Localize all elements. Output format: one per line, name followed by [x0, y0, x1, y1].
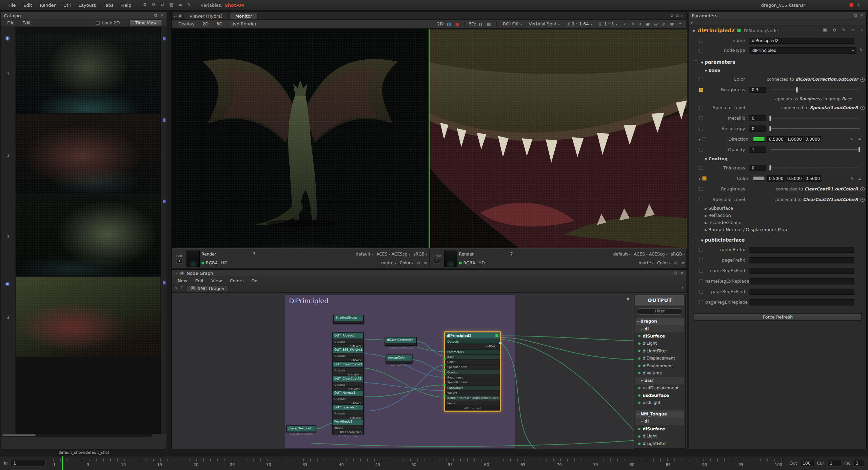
- variables-value[interactable]: Shot-04: [225, 2, 244, 7]
- param-state-toggle[interactable]: [699, 198, 703, 201]
- slider-handle[interactable]: [769, 126, 771, 131]
- lock-pin-icon[interactable]: [162, 37, 165, 40]
- gear-icon[interactable]: [670, 14, 674, 18]
- vector-y-field[interactable]: 0.5000: [786, 176, 803, 182]
- pixel-probe-icon[interactable]: [621, 22, 628, 27]
- catalog-render-thumbnail[interactable]: [16, 33, 160, 113]
- pin-icon[interactable]: [178, 14, 182, 18]
- matte-dropdown[interactable]: matte: [638, 261, 654, 266]
- output-tree-row[interactable]: NM_Tongue: [635, 410, 684, 418]
- gear-icon[interactable]: [143, 3, 147, 7]
- output-filter-input[interactable]: Filter: [637, 308, 683, 315]
- monitor-menu-item[interactable]: Live Render: [227, 22, 260, 27]
- viewer-tab[interactable]: Monitor: [230, 13, 258, 19]
- close-panel-icon[interactable]: [860, 13, 864, 18]
- lock-pin-icon[interactable]: [162, 118, 165, 122]
- menu-icon[interactable]: [851, 28, 855, 33]
- close-panel-icon[interactable]: [680, 14, 684, 18]
- frame-ruler[interactable]: 1 5 10 15 20 25 30 35 40 45: [53, 457, 783, 469]
- edit-icon[interactable]: [842, 28, 846, 33]
- snapshot-icon[interactable]: [668, 22, 675, 27]
- catalog-render-thumbnail[interactable]: [16, 196, 160, 275]
- catalog-menu-item[interactable]: File: [4, 20, 17, 25]
- node-type-dropdown[interactable]: dlPrincipled: [750, 47, 857, 54]
- output-tree-row[interactable]: dlLightFilter: [635, 347, 684, 355]
- output-tree-row[interactable]: dlDisplacement: [635, 354, 684, 362]
- vector-z-field[interactable]: 0.5000: [804, 176, 821, 182]
- layers-icon[interactable]: [178, 3, 182, 7]
- output-tree-row[interactable]: dlVolume: [635, 369, 684, 377]
- vector-x-field[interactable]: 0.5000: [767, 176, 785, 182]
- shading-node[interactable]: OUT: SSS_Weight1 Outputs outColor: [332, 347, 364, 362]
- render-view-right-dragon-jaw[interactable]: [430, 29, 687, 248]
- out-frame-field[interactable]: 100: [800, 460, 814, 467]
- search-icon[interactable]: [681, 286, 684, 290]
- menu-item[interactable]: File: [4, 2, 20, 7]
- vector-x-field[interactable]: 0.5000: [767, 136, 785, 142]
- float-panel-icon[interactable]: [854, 13, 857, 18]
- shading-node[interactable]: ShadingGroup: [333, 315, 364, 324]
- catalog-render-thumbnail[interactable]: [16, 115, 160, 194]
- slider-handle[interactable]: [859, 147, 860, 152]
- param-state-toggle[interactable]: [699, 78, 703, 81]
- node-graph-menu-item[interactable]: Colors: [226, 278, 248, 283]
- node-enabled-icon[interactable]: [737, 29, 741, 32]
- breadcrumb-chip[interactable]: NMC_Dragon: [186, 285, 229, 292]
- param-text-field[interactable]: [750, 268, 854, 274]
- param-value-field[interactable]: 0: [750, 115, 766, 121]
- menu-item[interactable]: Layouts: [75, 2, 100, 7]
- shading-node[interactable]: remapColor remapColor: [386, 355, 412, 364]
- color-channel-dropdown[interactable]: Color: [657, 261, 671, 266]
- vector-z-field[interactable]: 0.0000: [804, 136, 821, 142]
- stop-2d-icon[interactable]: [455, 22, 460, 26]
- node-graph-canvas[interactable]: DlPrincipled ShadingGroup OUT: Albedo1 O…: [172, 293, 687, 449]
- edit-type-icon[interactable]: [859, 48, 863, 53]
- center-view-icon[interactable]: [637, 21, 643, 27]
- viewer-tab[interactable]: Viewer (Hydra): [184, 13, 228, 19]
- colorspace-dropdown[interactable]: ACES - ACEScg: [376, 251, 410, 257]
- up-level-icon[interactable]: [180, 286, 184, 290]
- shading-node[interactable]: OUT: Normal1 Outputs outColor: [332, 390, 364, 405]
- param-slider[interactable]: [771, 126, 860, 131]
- menu-item[interactable]: Render: [36, 2, 59, 7]
- lock-2d-checkbox[interactable]: [96, 21, 100, 24]
- scrollbar-thumb[interactable]: [3, 434, 36, 436]
- current-frame-field[interactable]: 1: [827, 460, 841, 467]
- param-state-toggle[interactable]: [699, 166, 703, 170]
- param-state-toggle[interactable]: [699, 106, 703, 109]
- slider-handle[interactable]: [796, 87, 798, 93]
- swap-icon[interactable]: [161, 3, 164, 7]
- output-tree-row[interactable]: usdDisplacement: [635, 384, 684, 392]
- shading-node[interactable]: placedTexture1 placed3dTexture: [286, 426, 316, 432]
- output-tree-row[interactable]: dlLight: [635, 433, 684, 440]
- menu-item[interactable]: Edit: [20, 2, 36, 7]
- node-graph-menu-item[interactable]: View: [208, 278, 226, 283]
- param-state-toggle[interactable]: [699, 116, 703, 120]
- graph-state-variables[interactable]: variables: Shot-04: [201, 2, 244, 7]
- param-text-field[interactable]: [750, 289, 854, 295]
- visibility-icon[interactable]: [5, 36, 10, 41]
- in-frame-field[interactable]: 1: [11, 460, 46, 467]
- close-panel-icon[interactable]: [680, 271, 684, 275]
- shading-node[interactable]: OUT: ClearCoatW1 Outputs outColorR: [332, 361, 364, 376]
- color-swatch[interactable]: [753, 137, 765, 142]
- output-tree-row[interactable]: dlEnvironment: [635, 362, 684, 369]
- param-state-toggle[interactable]: [699, 127, 703, 130]
- gamut-check-icon[interactable]: [652, 22, 659, 27]
- expand-all-icon[interactable]: ▸: [691, 20, 693, 24]
- shading-node[interactable]: dlColorCorrection dlColorCorrection: [385, 337, 417, 346]
- colorspace-dropdown[interactable]: ACES - ACEScg: [634, 251, 667, 257]
- param-state-toggle[interactable]: [694, 60, 697, 64]
- output-port[interactable]: [499, 342, 502, 344]
- node-graph-menu-item[interactable]: Go: [248, 278, 261, 283]
- increment-field[interactable]: 1: [853, 460, 864, 467]
- monitor-menu-item[interactable]: 2D: [199, 22, 212, 27]
- display-dropdown[interactable]: sRGB: [413, 251, 427, 257]
- link-views-icon[interactable]: [681, 261, 685, 265]
- param-state-toggle[interactable]: [699, 279, 703, 283]
- output-tree-row[interactable]: usd: [635, 377, 684, 384]
- param-slider[interactable]: [771, 116, 860, 121]
- param-state-toggle[interactable]: [699, 88, 703, 92]
- gear-icon[interactable]: [832, 28, 836, 33]
- param-state-toggle[interactable]: [699, 290, 703, 294]
